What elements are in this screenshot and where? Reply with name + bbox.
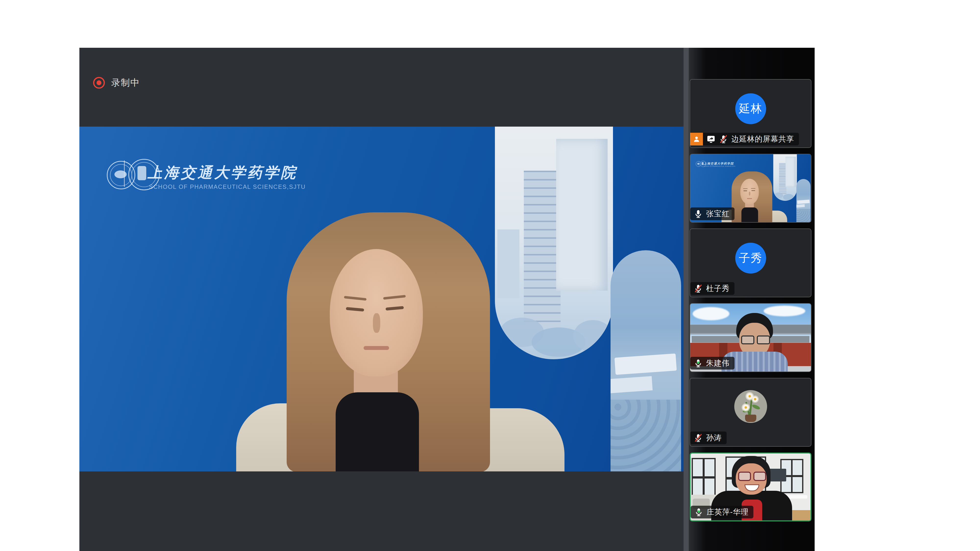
slide-subtitle: SCHOOL OF PHARMACEUTICAL SCIENCES,SJTU [149, 183, 306, 190]
logo-divider [124, 160, 125, 187]
mic-on-icon [694, 209, 703, 218]
recording-label: 录制中 [111, 77, 140, 89]
screen-share-icon [706, 135, 716, 144]
participant-name: 朱建伟 [706, 358, 730, 368]
participant-tile-bianyanlin[interactable]: 延林 [690, 79, 811, 148]
mic-muted-icon [694, 433, 703, 443]
person-icon [692, 135, 701, 143]
meeting-window: 录制中 上海交通大学药学院 SCHOOL OF PHARMACEUTICAL S… [0, 0, 980, 551]
participant-name: 杜子秀 [706, 283, 730, 294]
campus-building-photo [495, 127, 613, 359]
slide-title: 上海交通大学药学院 [148, 163, 393, 183]
shared-screen-video[interactable]: 上海交通大学药学院 SCHOOL OF PHARMACEUTICAL SCIEN… [80, 127, 684, 472]
participant-icon [690, 133, 703, 146]
participant-name: 孙涛 [706, 433, 722, 443]
mic-active-icon [694, 359, 703, 368]
mic-muted-icon [694, 284, 703, 293]
avatar: 延林 [735, 93, 766, 124]
participant-name: 张宝红 [706, 209, 730, 219]
main-stage[interactable]: 录制中 上海交通大学药学院 SCHOOL OF PHARMACEUTICAL S… [80, 48, 684, 551]
presenter-turtleneck [336, 392, 419, 472]
avatar: 子秀 [735, 243, 766, 273]
participant-tile-suntao[interactable]: 孙涛 [690, 378, 811, 447]
participant-tile-zhangbaohong[interactable]: 上海交通大学药学院 SCHOOL OF PHARMACEUTICAL SCIEN… [690, 154, 811, 222]
recording-indicator: 录制中 [93, 77, 140, 89]
presenter-face [330, 249, 423, 376]
mic-muted-icon [719, 135, 728, 144]
record-dot-icon [93, 77, 105, 89]
participant-tile-zhujianwei[interactable]: 朱建伟 [690, 303, 811, 372]
participant-tile-zhuangyingping[interactable]: 庄英萍-华理 [690, 453, 811, 521]
participants-filmstrip: 延林 [684, 48, 815, 551]
avatar-photo-flowers [734, 390, 767, 423]
participant-name: 庄英萍-华理 [706, 507, 748, 517]
participant-name: 边延林的屏幕共享 [731, 134, 794, 144]
mic-active-icon [694, 507, 703, 517]
campus-aerial-photo [611, 250, 681, 472]
participant-tile-duzixiu[interactable]: 子秀 杜子秀 [690, 229, 811, 297]
